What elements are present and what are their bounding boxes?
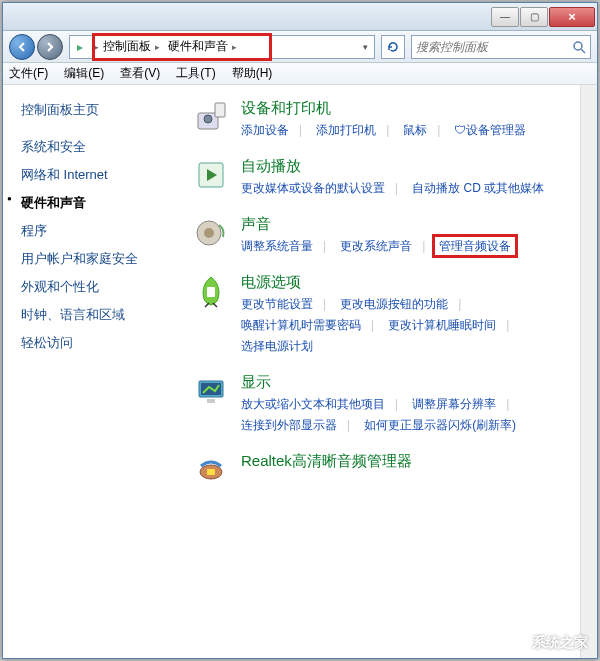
watermark: 系统之家 xyxy=(504,633,588,653)
scrollbar[interactable] xyxy=(580,85,597,658)
category-link[interactable]: 调整屏幕分辨率| xyxy=(412,396,509,413)
category-title[interactable]: 设备和打印机 xyxy=(241,99,570,118)
svg-point-3 xyxy=(204,115,212,123)
category-title[interactable]: 自动播放 xyxy=(241,157,570,176)
svg-rect-4 xyxy=(215,103,225,117)
category-icon xyxy=(193,99,229,135)
search-input[interactable] xyxy=(416,40,572,54)
titlebar: — ▢ × xyxy=(3,3,597,31)
maximize-button[interactable]: ▢ xyxy=(520,7,548,27)
menu-item[interactable]: 工具(T) xyxy=(176,65,215,82)
menubar: 文件(F)编辑(E)查看(V)工具(T)帮助(H) xyxy=(3,63,597,85)
main-panel: 设备和打印机添加设备|添加打印机|鼠标|🛡设备管理器自动播放更改媒体或设备的默认… xyxy=(183,85,580,658)
category-link[interactable]: 添加打印机| xyxy=(316,122,389,139)
category-link[interactable]: 连接到外部显示器| xyxy=(241,417,350,434)
category-link[interactable]: 鼠标| xyxy=(403,122,440,139)
category: 电源选项更改节能设置|更改电源按钮的功能|唤醒计算机时需要密码|更改计算机睡眠时… xyxy=(193,273,570,355)
category-link[interactable]: 唤醒计算机时需要密码| xyxy=(241,317,374,334)
search-box[interactable] xyxy=(411,35,591,59)
category-link[interactable]: 更改系统声音| xyxy=(340,238,425,255)
sidebar-item[interactable]: 程序 xyxy=(21,217,183,245)
category-title[interactable]: 电源选项 xyxy=(241,273,570,292)
category-title[interactable]: 显示 xyxy=(241,373,570,392)
back-button[interactable] xyxy=(9,34,35,60)
category: Realtek高清晰音频管理器 xyxy=(193,452,570,488)
close-button[interactable]: × xyxy=(549,7,595,27)
category-link[interactable]: 更改媒体或设备的默认设置| xyxy=(241,180,398,197)
category-link[interactable]: 放大或缩小文本和其他项目| xyxy=(241,396,398,413)
svg-point-0 xyxy=(574,42,582,50)
refresh-button[interactable] xyxy=(381,35,405,59)
forward-button[interactable] xyxy=(37,34,63,60)
category: 声音调整系统音量|更改系统声音|管理音频设备 xyxy=(193,215,570,255)
house-icon xyxy=(504,633,528,653)
sidebar-item[interactable]: 外观和个性化 xyxy=(21,273,183,301)
category-link[interactable]: 更改节能设置| xyxy=(241,296,326,313)
svg-rect-11 xyxy=(207,399,215,403)
category-link[interactable]: 更改计算机睡眠时间| xyxy=(388,317,509,334)
control-panel-icon: ▸ xyxy=(70,40,90,54)
sidebar-item[interactable]: 系统和安全 xyxy=(21,133,183,161)
sidebar-item[interactable]: 时钟、语言和区域 xyxy=(21,301,183,329)
menu-item[interactable]: 帮助(H) xyxy=(232,65,273,82)
address-bar[interactable]: ▸ ▸控制面板▸ 硬件和声音▸ ▾ xyxy=(69,35,375,59)
svg-line-1 xyxy=(581,49,585,53)
category-title[interactable]: 声音 xyxy=(241,215,570,234)
sidebar-title[interactable]: 控制面板主页 xyxy=(21,101,183,119)
category-icon xyxy=(193,215,229,251)
search-icon[interactable] xyxy=(572,40,586,54)
category-link[interactable]: 管理音频设备 xyxy=(439,238,511,255)
category-link[interactable]: 自动播放 CD 或其他媒体 xyxy=(412,180,544,197)
menu-item[interactable]: 查看(V) xyxy=(120,65,160,82)
svg-rect-8 xyxy=(207,287,215,297)
sidebar-item[interactable]: 硬件和声音 xyxy=(21,189,183,217)
address-dropdown[interactable]: ▾ xyxy=(356,42,374,52)
sidebar-item[interactable]: 用户帐户和家庭安全 xyxy=(21,245,183,273)
sidebar: 控制面板主页 系统和安全网络和 Internet硬件和声音程序用户帐户和家庭安全… xyxy=(3,85,183,658)
breadcrumb-item[interactable]: 硬件和声音▸ xyxy=(164,38,241,55)
category: 显示放大或缩小文本和其他项目|调整屏幕分辨率|连接到外部显示器|如何更正显示器闪… xyxy=(193,373,570,434)
svg-rect-13 xyxy=(207,469,215,475)
category-link[interactable]: 更改电源按钮的功能| xyxy=(340,296,461,313)
breadcrumb-item[interactable]: ▸控制面板▸ xyxy=(90,38,164,55)
category-link[interactable]: 添加设备| xyxy=(241,122,302,139)
sidebar-item[interactable]: 网络和 Internet xyxy=(21,161,183,189)
navbar: ▸ ▸控制面板▸ 硬件和声音▸ ▾ xyxy=(3,31,597,63)
category-link[interactable]: 选择电源计划 xyxy=(241,338,313,355)
category-icon xyxy=(193,157,229,193)
category-title[interactable]: Realtek高清晰音频管理器 xyxy=(241,452,570,471)
menu-item[interactable]: 编辑(E) xyxy=(64,65,104,82)
category-icon xyxy=(193,273,229,309)
minimize-button[interactable]: — xyxy=(491,7,519,27)
svg-point-7 xyxy=(204,228,214,238)
category: 自动播放更改媒体或设备的默认设置|自动播放 CD 或其他媒体 xyxy=(193,157,570,197)
category: 设备和打印机添加设备|添加打印机|鼠标|🛡设备管理器 xyxy=(193,99,570,139)
category-icon xyxy=(193,373,229,409)
category-link[interactable]: 调整系统音量| xyxy=(241,238,326,255)
category-link[interactable]: 如何更正显示器闪烁(刷新率) xyxy=(364,417,516,434)
sidebar-item[interactable]: 轻松访问 xyxy=(21,329,183,357)
category-link[interactable]: 🛡设备管理器 xyxy=(454,122,526,139)
category-icon xyxy=(193,452,229,488)
menu-item[interactable]: 文件(F) xyxy=(9,65,48,82)
